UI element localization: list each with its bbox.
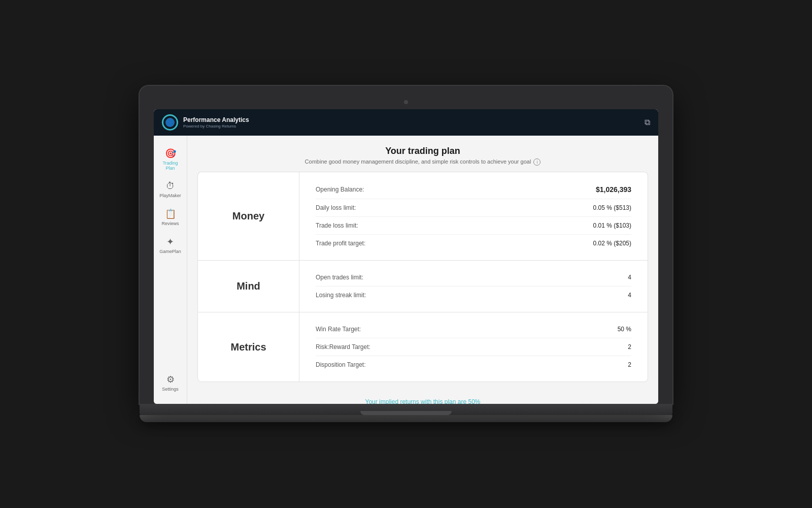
disposition-value: 2 bbox=[628, 361, 631, 368]
trading-plan-label: TradingPlan bbox=[162, 161, 178, 171]
screen-bezel: Performance Analytics Powered by Chasing… bbox=[140, 86, 672, 404]
mind-fields: Open trades limit: 4 Losing streak limit… bbox=[299, 261, 648, 312]
opening-balance-label: Opening Balance: bbox=[316, 186, 364, 193]
external-link-icon[interactable]: ⧉ bbox=[645, 118, 650, 127]
trade-profit-label: Trade profit target: bbox=[316, 240, 365, 247]
trade-loss-row: Trade loss limit: 0.01 % ($103) bbox=[316, 217, 631, 235]
win-rate-value: 50 % bbox=[618, 326, 631, 333]
settings-label: Settings bbox=[162, 387, 179, 392]
opening-balance-row: Opening Balance: $1,026,393 bbox=[316, 180, 631, 199]
losing-streak-value: 4 bbox=[628, 292, 631, 299]
laptop-stand bbox=[140, 415, 672, 422]
open-trades-label: Open trades limit: bbox=[316, 274, 363, 281]
trade-loss-value: 0.01 % ($103) bbox=[593, 222, 631, 229]
logo-bold: Analytics bbox=[222, 116, 249, 123]
losing-streak-row: Losing streak limit: 4 bbox=[316, 287, 631, 304]
camera bbox=[404, 100, 408, 104]
mind-label: Mind bbox=[198, 261, 299, 312]
win-rate-label: Win Rate Target: bbox=[316, 326, 361, 333]
losing-streak-label: Losing streak limit: bbox=[316, 292, 366, 299]
opening-balance-value: $1,026,393 bbox=[596, 185, 631, 194]
money-fields: Opening Balance: $1,026,393 Daily loss l… bbox=[299, 172, 648, 260]
info-icon[interactable]: i bbox=[533, 158, 540, 166]
implied-returns-text: Your implied returns with this plan are … bbox=[197, 398, 648, 404]
daily-loss-value: 0.05 % ($513) bbox=[593, 204, 631, 211]
daily-loss-label: Daily loss limit: bbox=[316, 204, 356, 211]
risk-reward-label: Risk:Reward Target: bbox=[316, 343, 370, 351]
screen: Performance Analytics Powered by Chasing… bbox=[154, 109, 658, 404]
gameplan-icon: ✦ bbox=[166, 236, 174, 247]
sidebar-item-settings[interactable]: ⚙ Settings bbox=[156, 370, 185, 396]
metrics-label: Metrics bbox=[198, 312, 299, 382]
playmaker-icon: ⏱ bbox=[166, 181, 175, 192]
sidebar-item-playmaker[interactable]: ⏱ PlayMaker bbox=[156, 177, 185, 202]
risk-reward-value: 2 bbox=[628, 343, 631, 351]
settings-icon: ⚙ bbox=[166, 374, 175, 385]
app-body: 🎯 TradingPlan ⏱ PlayMaker 📋 Reviews ✦ Ga… bbox=[154, 136, 658, 404]
win-rate-row: Win Rate Target: 50 % bbox=[316, 321, 631, 338]
disposition-label: Disposition Target: bbox=[316, 361, 366, 368]
daily-loss-row: Daily loss limit: 0.05 % ($513) bbox=[316, 199, 631, 217]
app-header: Performance Analytics Powered by Chasing… bbox=[154, 109, 658, 136]
sidebar-item-gameplan[interactable]: ✦ GamePlan bbox=[156, 232, 185, 258]
sidebar-item-reviews[interactable]: 📋 Reviews bbox=[156, 204, 185, 230]
trade-profit-row: Trade profit target: 0.02 % ($205) bbox=[316, 235, 631, 252]
logo-icon bbox=[162, 114, 178, 131]
logo-title: Performance Analytics bbox=[183, 116, 249, 123]
playmaker-label: PlayMaker bbox=[159, 193, 181, 198]
logo-area: Performance Analytics Powered by Chasing… bbox=[162, 114, 249, 131]
reviews-label: Reviews bbox=[161, 221, 179, 226]
logo-text: Performance Analytics Powered by Chasing… bbox=[183, 116, 249, 128]
metrics-fields: Win Rate Target: 50 % Risk:Reward Target… bbox=[299, 312, 648, 382]
laptop-container: Performance Analytics Powered by Chasing… bbox=[140, 86, 672, 422]
open-trades-value: 4 bbox=[628, 274, 631, 281]
trade-loss-label: Trade loss limit: bbox=[316, 222, 358, 229]
reviews-icon: 📋 bbox=[165, 208, 176, 219]
page-subtitle: Combine good money management discipline… bbox=[197, 158, 648, 166]
trade-profit-value: 0.02 % ($205) bbox=[593, 240, 631, 247]
trading-sections: Money Opening Balance: $1,026,393 Daily … bbox=[187, 172, 658, 392]
page-header: Your trading plan Combine good money man… bbox=[187, 136, 658, 172]
sidebar-item-trading-plan[interactable]: 🎯 TradingPlan bbox=[156, 144, 185, 175]
metrics-section: Metrics Win Rate Target: 50 % Risk:Rewar… bbox=[197, 312, 648, 382]
risk-reward-row: Risk:Reward Target: 2 bbox=[316, 338, 631, 356]
logo-subtitle: Powered by Chasing Returns bbox=[183, 124, 249, 129]
main-content: Your trading plan Combine good money man… bbox=[187, 136, 658, 404]
money-section: Money Opening Balance: $1,026,393 Daily … bbox=[197, 172, 648, 260]
open-trades-row: Open trades limit: 4 bbox=[316, 269, 631, 287]
trading-footer: Your implied returns with this plan are … bbox=[187, 392, 658, 404]
sidebar: 🎯 TradingPlan ⏱ PlayMaker 📋 Reviews ✦ Ga… bbox=[154, 136, 187, 404]
gameplan-label: GamePlan bbox=[159, 249, 181, 254]
laptop-base bbox=[140, 404, 672, 415]
disposition-row: Disposition Target: 2 bbox=[316, 356, 631, 373]
money-label: Money bbox=[198, 172, 299, 260]
mind-section: Mind Open trades limit: 4 Losing streak … bbox=[197, 260, 648, 312]
logo-regular: Performance bbox=[183, 116, 222, 123]
page-title: Your trading plan bbox=[197, 146, 648, 156]
trading-plan-icon: 🎯 bbox=[165, 148, 176, 159]
